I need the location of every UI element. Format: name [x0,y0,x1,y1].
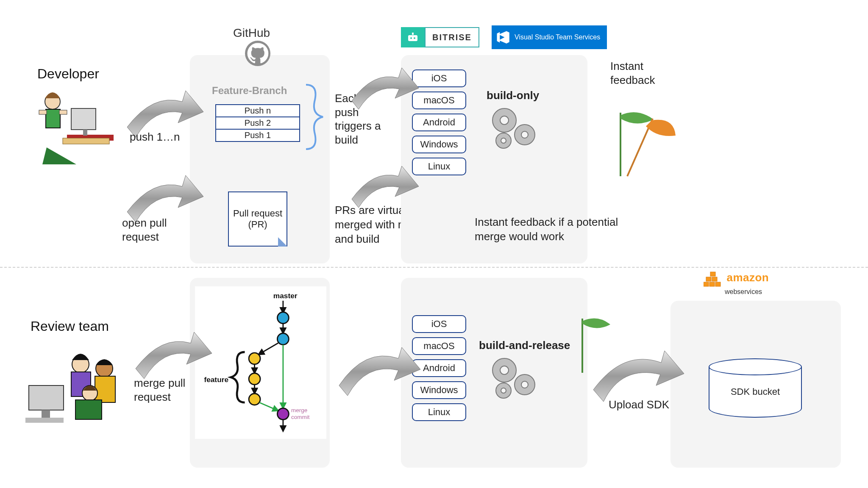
aws-badge: amazon webservices [704,271,769,296]
gears-icon [487,104,546,155]
svg-rect-34 [412,33,414,35]
svg-point-27 [249,394,260,405]
flags-icon [602,108,678,180]
svg-rect-2 [83,130,87,136]
svg-point-48 [521,381,528,388]
svg-rect-7 [59,110,67,114]
merge-commit-label: merge [291,407,307,413]
feature-branch-label: Feature-Branch [212,85,287,97]
push-stack: Push n Push 2 Push 1 [215,104,300,142]
svg-point-50 [501,388,506,393]
push-row: Push n [215,104,300,116]
open-pr-caption: open pull request [122,216,181,244]
platform-pill: Windows [412,381,466,399]
push-row: Push 2 [215,116,300,129]
build-release-label: build-and-release [479,339,570,352]
svg-rect-55 [704,282,709,286]
svg-rect-1 [71,108,96,130]
github-icon [245,41,270,66]
platform-pill: Android [412,114,466,131]
svg-point-25 [249,373,260,385]
push-caption: push 1…n [130,130,180,144]
gears-icon [487,354,546,405]
platform-stack-top: iOS macOS Android Windows Linux [412,69,466,175]
instant-feedback-title: Instant feedback [610,59,678,87]
svg-point-30 [277,408,289,420]
platform-pill: Linux [412,403,466,421]
pr-card-text: Pull request (PR) [229,208,287,230]
aws-webservices-text: webservices [725,288,762,295]
aws-amazon-text: amazon [726,271,769,284]
svg-line-29 [259,402,278,410]
svg-text:commit: commit [291,414,310,420]
svg-rect-8 [29,385,64,410]
upload-sdk-caption: Upload SDK [609,398,669,411]
svg-rect-5 [46,109,60,128]
svg-rect-9 [42,410,50,419]
svg-point-21 [277,333,289,345]
bitrise-text: BITRISE [425,27,479,47]
platform-pill: Android [412,359,466,377]
platform-pill: Linux [412,158,466,175]
svg-rect-57 [715,282,721,286]
push-row: Push 1 [215,129,300,142]
vsts-icon [495,30,510,45]
vsts-badge: Visual Studio Team Services [492,25,607,49]
svg-point-38 [500,116,509,125]
github-heading: GitHub [233,26,270,40]
svg-point-40 [521,131,528,138]
brace-icon [302,83,327,151]
svg-rect-14 [95,376,115,402]
platform-stack-bottom: iOS macOS Android Windows Linux [412,315,466,421]
aws-cubes-icon [704,271,723,288]
svg-rect-33 [408,35,417,41]
master-branch-label: master [273,291,298,300]
svg-rect-52 [710,272,715,276]
bitrise-robot-icon [401,27,425,47]
svg-rect-10 [25,418,64,423]
sdk-bucket-label: SDK bucket [731,386,780,397]
svg-rect-54 [712,277,717,281]
sdk-bucket-cylinder: SDK bucket [709,358,802,418]
review-team-title: Review team [31,319,109,334]
developer-illustration [30,84,119,164]
platform-pill: macOS [412,337,466,355]
svg-point-42 [501,138,506,143]
each-push-note: Each push triggers a build [335,92,386,147]
developer-title: Developer [37,66,99,82]
svg-point-19 [277,312,289,324]
platform-pill: macOS [412,92,466,109]
merge-pr-caption: merge pull request [134,376,202,404]
svg-point-36 [414,37,415,39]
svg-line-22 [259,343,278,355]
platform-pill: Windows [412,136,466,153]
platform-pill: iOS [412,69,466,87]
build-only-label: build-only [487,89,539,102]
section-divider [0,267,868,268]
svg-rect-3 [63,138,109,144]
svg-rect-53 [706,277,711,281]
vsts-text: Visual Studio Team Services [515,33,600,41]
git-merge-graph: master merge commit feature [195,286,326,439]
pr-card: Pull request (PR) [228,191,287,247]
svg-point-46 [500,366,509,374]
platform-pill: iOS [412,315,466,333]
instant-feedback-pr: Instant feedback if a potential merge wo… [475,215,627,244]
svg-rect-6 [39,110,47,114]
feature-branch-text: feature [204,375,228,384]
svg-point-23 [249,353,260,364]
flag-icon [570,316,612,375]
review-team-illustration [17,339,127,432]
bitrise-badge: BITRISE [401,27,479,47]
svg-rect-16 [75,400,102,419]
svg-point-35 [410,37,412,39]
svg-rect-56 [709,282,715,286]
